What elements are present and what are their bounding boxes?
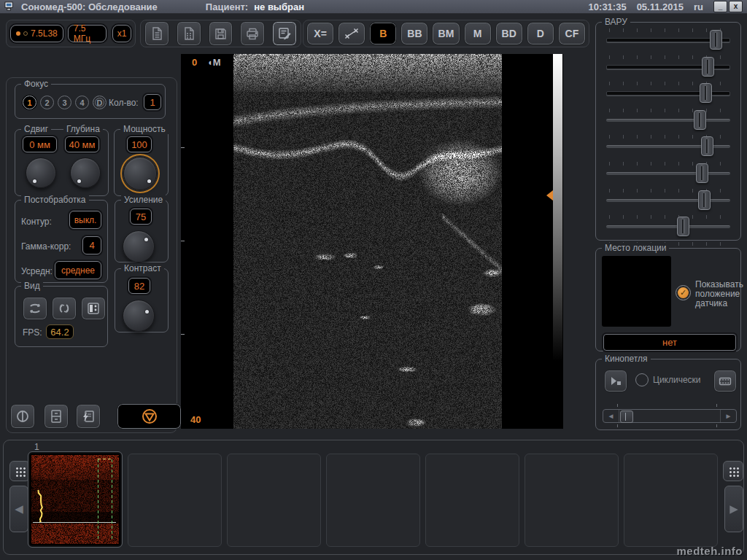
cyclic-radio[interactable] xyxy=(635,373,649,386)
mode-button-BD[interactable]: BD xyxy=(495,22,523,45)
tgc-slider-1[interactable] xyxy=(606,28,730,50)
report-document-icon[interactable] xyxy=(177,21,201,46)
focus-count-value[interactable]: 1 xyxy=(144,94,161,110)
depth-scale-top: 0 xyxy=(192,57,197,68)
file-actions-group xyxy=(140,20,301,47)
frequency-button[interactable]: 7.5 МГц xyxy=(68,25,107,42)
focus-position-arrow-icon[interactable] xyxy=(546,190,553,201)
ultrasound-bmode-image[interactable] xyxy=(233,54,502,429)
tgc-slider-7[interactable] xyxy=(606,189,730,211)
tgc-thumb[interactable] xyxy=(694,110,706,130)
probe-button[interactable]: 7.5L38 xyxy=(10,25,63,42)
mode-button-CF[interactable]: CF xyxy=(558,22,586,45)
tgc-slider-4[interactable] xyxy=(606,109,730,131)
cine-scroll-left-icon[interactable]: ◄ xyxy=(603,410,619,422)
flip-vertical-icon[interactable] xyxy=(52,297,77,320)
gamma-label: Гамма-корр: xyxy=(21,241,71,252)
contour-value[interactable]: выкл. xyxy=(69,211,101,229)
tgc-thumb[interactable] xyxy=(702,57,714,77)
probe-indicator-off-icon xyxy=(23,31,28,36)
print-icon[interactable] xyxy=(240,21,265,46)
location-value-button[interactable]: нет xyxy=(603,334,736,351)
freeze-icon[interactable] xyxy=(117,403,182,429)
clock-time: 10:31:35 xyxy=(589,1,627,12)
tgc-thumb[interactable] xyxy=(698,190,711,210)
new-document-icon[interactable] xyxy=(144,21,169,46)
depth-tick xyxy=(181,334,185,335)
depth-knob[interactable] xyxy=(70,158,101,188)
probe-settings-group: 7.5L38 7.5 МГц x1 xyxy=(6,20,136,47)
contrast-value[interactable]: 82 xyxy=(128,278,150,294)
cine-scrollbar[interactable]: ◄ ► xyxy=(603,409,737,423)
probe-location-section: Место локации ✓ Показывать положение дат… xyxy=(595,248,741,351)
archive-icon[interactable] xyxy=(44,404,69,429)
shift-value[interactable]: 0 мм xyxy=(23,136,57,152)
tgc-thumb[interactable] xyxy=(701,136,713,156)
gain-knob[interactable] xyxy=(123,230,155,262)
average-label: Усредн: xyxy=(21,266,53,276)
focus-option-3[interactable]: 3 xyxy=(58,96,71,109)
power-value[interactable]: 100 xyxy=(127,136,152,152)
tgc-slider-2[interactable] xyxy=(606,55,730,77)
tgc-thumb[interactable] xyxy=(677,217,689,236)
tgc-thumb[interactable] xyxy=(710,30,722,50)
tgc-thumb[interactable] xyxy=(700,83,712,103)
power-knob[interactable] xyxy=(123,157,157,190)
ultrasound-image-area[interactable]: 0 ◖M 40 xyxy=(181,54,563,429)
thumbnail-slot-empty[interactable] xyxy=(425,454,519,547)
report-icon[interactable] xyxy=(76,404,101,429)
mode-button-X=[interactable]: X= xyxy=(306,22,334,45)
depth-value[interactable]: 40 мм xyxy=(65,136,99,152)
mode-button-BB[interactable]: BB xyxy=(400,22,428,45)
mode-button-D[interactable]: D xyxy=(527,22,554,45)
focus-section: Фокус 1234D Кол-во: 1 xyxy=(15,84,166,119)
zoom-button[interactable]: x1 xyxy=(112,25,131,42)
show-probe-position-checkbox[interactable]: ✓ xyxy=(676,285,691,300)
focus-option-2[interactable]: 2 xyxy=(40,96,54,109)
focus-option-D[interactable]: D xyxy=(93,96,107,109)
tgc-slider-8[interactable] xyxy=(606,215,730,237)
thumbnail-slot-empty[interactable] xyxy=(525,454,619,547)
focus-option-1[interactable]: 1 xyxy=(23,96,36,109)
location-preview[interactable] xyxy=(602,256,671,327)
mode-button-B[interactable]: B xyxy=(369,22,397,45)
minimize-button[interactable]: _ xyxy=(713,1,727,12)
mode-button-M[interactable]: M xyxy=(464,22,492,45)
mode-button-measure-icon[interactable] xyxy=(338,22,365,45)
thumbnail-slot-empty[interactable] xyxy=(128,454,222,547)
view-legend: Вид xyxy=(21,281,43,291)
probe-orientation-icon: ◖M xyxy=(207,57,221,68)
gain-section: Усиление 75 xyxy=(115,200,169,262)
tgc-track xyxy=(606,199,730,202)
save-icon[interactable] xyxy=(209,21,233,46)
shift-knob[interactable] xyxy=(26,158,56,188)
average-value[interactable]: среднее xyxy=(55,261,101,279)
tgc-slider-5[interactable] xyxy=(606,135,730,157)
cine-scroll-right-icon[interactable]: ► xyxy=(720,410,736,422)
focus-option-4[interactable]: 4 xyxy=(75,96,89,109)
play-stop-icon[interactable] xyxy=(604,370,627,392)
thumbnail-slot-empty[interactable] xyxy=(624,454,718,547)
cine-scroll-thumb[interactable] xyxy=(620,411,633,423)
thumbnail-slot-empty[interactable] xyxy=(326,454,420,547)
zoom-value: x1 xyxy=(117,28,127,39)
grayscale-map-icon[interactable] xyxy=(81,297,106,320)
gamma-value[interactable]: 4 xyxy=(82,236,101,254)
export-image-icon[interactable] xyxy=(272,21,297,46)
thumbnail-slot-empty[interactable] xyxy=(227,454,321,547)
mode-button-BM[interactable]: BM xyxy=(432,22,460,45)
tgc-slider-3[interactable] xyxy=(606,82,730,104)
film-icon[interactable] xyxy=(713,370,737,392)
gain-value[interactable]: 75 xyxy=(130,209,152,225)
postprocessing-section: Постобработка Контур: выкл. Гамма-корр: … xyxy=(15,200,108,283)
scroll-thumbs-right-icon[interactable]: ▶ xyxy=(724,486,743,532)
close-button[interactable]: x xyxy=(729,1,743,12)
grid-view-right-icon[interactable] xyxy=(723,461,743,481)
flip-horizontal-icon[interactable] xyxy=(23,297,47,320)
tgc-slider-6[interactable] xyxy=(606,162,730,184)
tgc-thumb[interactable] xyxy=(696,163,708,183)
contrast-knob[interactable] xyxy=(123,300,155,332)
language-indicator[interactable]: ru xyxy=(694,1,703,12)
app-icon xyxy=(4,1,15,12)
power-icon[interactable] xyxy=(10,404,35,429)
